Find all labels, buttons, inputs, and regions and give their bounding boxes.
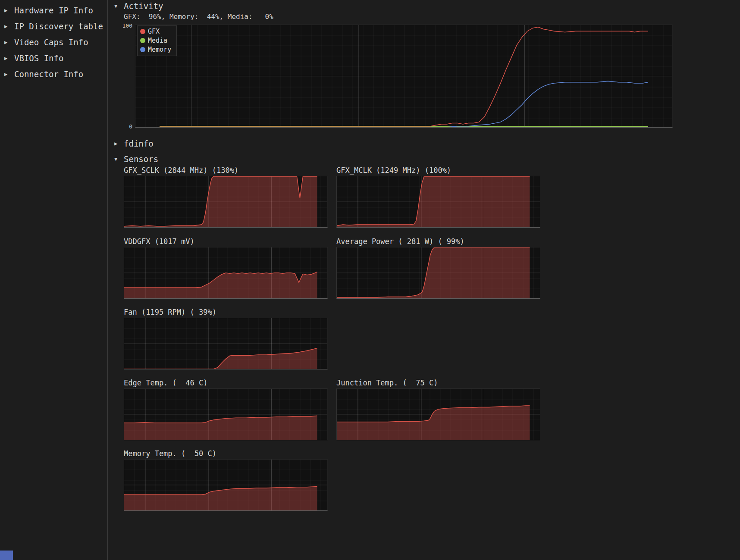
vddgfx-chart[interactable] [124, 247, 328, 299]
gfx-series-dot-icon [140, 29, 145, 34]
section-title: Sensors [124, 154, 158, 164]
sidebar-item-connector-info[interactable]: ▶ Connector Info [0, 66, 107, 82]
chevron-down-icon: ▼ [114, 3, 120, 9]
sensor-title-edge-temp: Edge Temp. ( 46 C) [124, 379, 207, 387]
chevron-right-icon: ▶ [4, 55, 10, 61]
sidebar-item-hardware-ip-info[interactable]: ▶ Hardware IP Info [0, 2, 107, 18]
sidebar-item-label: Connector Info [14, 69, 83, 79]
sensor-title-gfx-sclk: GFX_SCLK (2844 MHz) (130%) [124, 166, 238, 175]
junction-temp-chart[interactable] [336, 388, 540, 440]
gfx-sclk-chart[interactable] [124, 176, 328, 228]
chevron-down-icon: ▼ [114, 156, 120, 162]
horizontal-scrollbar-thumb[interactable] [0, 551, 13, 560]
y-axis-min-label: 0 [114, 123, 132, 130]
sidebar-item-label: IP Discovery table [14, 22, 103, 31]
section-title: Activity [124, 1, 163, 11]
activity-section-header[interactable]: ▼ Activity [114, 1, 163, 11]
average-power-chart[interactable] [336, 247, 540, 299]
chevron-right-icon: ▶ [114, 141, 120, 147]
edge-temp-chart[interactable] [124, 388, 328, 440]
media-series-dot-icon [140, 38, 145, 43]
chevron-right-icon: ▶ [4, 39, 10, 45]
sidebar-item-ip-discovery-table[interactable]: ▶ IP Discovery table [0, 18, 107, 34]
sidebar-item-label: Video Caps Info [14, 38, 88, 47]
sensor-title-average-power: Average Power ( 281 W) ( 99%) [336, 237, 464, 246]
sensor-title-gfx-mclk: GFX_MCLK (1249 MHz) (100%) [336, 166, 451, 175]
sensor-title-junction-temp: Junction Temp. ( 75 C) [336, 379, 438, 387]
legend-label: GFX [148, 28, 160, 35]
legend-item-gfx[interactable]: GFX [140, 28, 171, 35]
sidebar-item-label: Hardware IP Info [14, 6, 93, 15]
activity-summary: GFX: 96%, Memory: 44%, Media: 0% [124, 13, 273, 21]
section-title: fdinfo [124, 139, 154, 148]
legend-item-memory[interactable]: Memory [140, 46, 171, 53]
chart-legend: GFX Media Memory [137, 25, 177, 56]
legend-item-media[interactable]: Media [140, 37, 171, 44]
sensor-title-fan: Fan (1195 RPM) ( 39%) [124, 308, 216, 316]
legend-label: Media [148, 37, 167, 44]
sensor-title-vddgfx: VDDGFX (1017 mV) [124, 237, 194, 246]
legend-label: Memory [148, 46, 171, 53]
sidebar-item-label: VBIOS Info [14, 53, 63, 63]
fan-chart[interactable] [124, 318, 328, 369]
activity-chart[interactable]: GFX Media Memory [135, 25, 673, 128]
chevron-right-icon: ▶ [4, 71, 10, 77]
memory-temp-chart[interactable] [124, 459, 328, 511]
sidebar: ▶ Hardware IP Info ▶ IP Discovery table … [0, 0, 108, 560]
sensors-section-header[interactable]: ▼ Sensors [114, 154, 158, 164]
gfx-mclk-chart[interactable] [336, 176, 540, 228]
memory-series-dot-icon [140, 47, 145, 52]
fdinfo-section-header[interactable]: ▶ fdinfo [114, 139, 154, 148]
sensor-title-memory-temp: Memory Temp. ( 50 C) [124, 449, 216, 458]
sidebar-item-vbios-info[interactable]: ▶ VBIOS Info [0, 50, 107, 66]
chevron-right-icon: ▶ [4, 7, 10, 13]
sidebar-item-video-caps-info[interactable]: ▶ Video Caps Info [0, 34, 107, 50]
chevron-right-icon: ▶ [4, 23, 10, 29]
y-axis-max-label: 100 [114, 22, 132, 29]
